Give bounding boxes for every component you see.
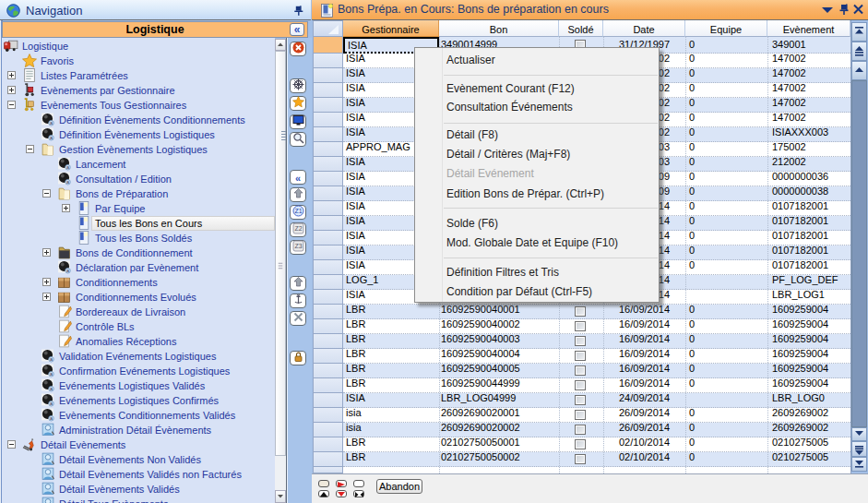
svg-text:a: a: [50, 386, 53, 391]
svg-text:Z2: Z2: [294, 225, 302, 232]
svg-text:a: a: [66, 179, 69, 185]
svg-text:a: a: [66, 164, 69, 170]
svg-text:Z1: Z1: [294, 208, 302, 214]
svg-text:a: a: [66, 268, 69, 273]
svg-text:a: a: [50, 371, 53, 377]
svg-text:a: a: [50, 356, 53, 362]
svg-text:a: a: [50, 401, 53, 406]
svg-text:a: a: [50, 135, 53, 140]
svg-text:a: a: [50, 120, 53, 126]
svg-text:a: a: [50, 415, 53, 421]
svg-text:Z3: Z3: [294, 243, 302, 249]
